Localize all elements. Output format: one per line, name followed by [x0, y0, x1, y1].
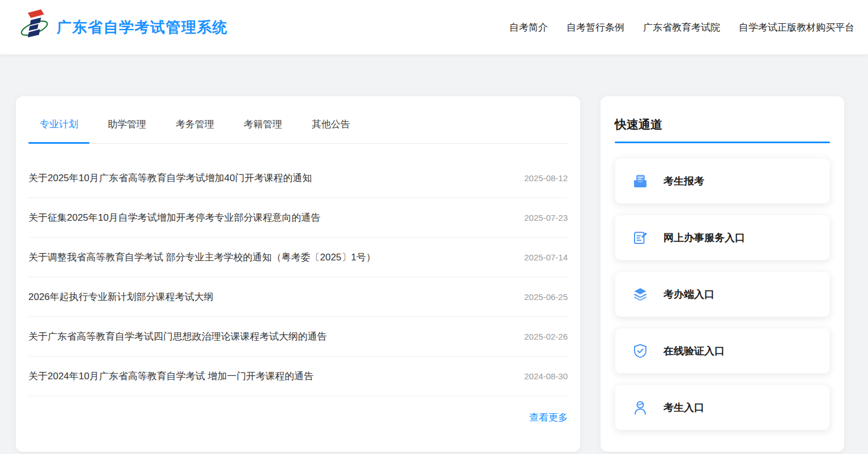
- quick-link-candidate-portal[interactable]: 考生入口: [615, 384, 830, 430]
- announcement-list: 关于2025年10月广东省高等教育自学考试增加40门开考课程的通知 2025-0…: [28, 159, 568, 396]
- quick-link-candidate-register[interactable]: 考生报考: [615, 158, 830, 204]
- shield-check-icon: [632, 343, 648, 359]
- announcement-date: 2025-07-14: [524, 252, 568, 262]
- quick-channel-title: 快速通道: [615, 117, 830, 132]
- announcement-title[interactable]: 关于2024年10月广东省高等教育自学考试 增加一门开考课程的通告: [28, 370, 330, 383]
- announcement-row[interactable]: 关于调整我省高等教育自学考试 部分专业主考学校的通知（粤考委〔2025〕1号） …: [28, 238, 568, 277]
- announcement-date: 2024-08-30: [524, 371, 568, 381]
- announcement-title[interactable]: 关于调整我省高等教育自学考试 部分专业主考学校的通知（粤考委〔2025〕1号）: [28, 251, 393, 264]
- view-more-link[interactable]: 查看更多: [529, 411, 568, 424]
- site-title: 广东省自学考试管理系统: [57, 18, 228, 37]
- quick-link-label: 考生入口: [663, 401, 704, 414]
- announcement-title[interactable]: 关于广东省高等教育自学考试四门思想政治理论课课程考试大纲的通告: [28, 330, 344, 343]
- layers-icon: [632, 286, 648, 302]
- announcements-panel: 专业计划 助学管理 考务管理 考籍管理 其他公告 关于2025年10月广东省高等…: [16, 96, 580, 452]
- nav-link-education-exam-institute[interactable]: 广东省教育考试院: [643, 21, 720, 34]
- header: 广东省自学考试管理系统 自考简介 自考暂行条例 广东省教育考试院 自学考试正版教…: [0, 0, 868, 55]
- announcement-row[interactable]: 2026年起执行专业新计划部分课程考试大纲 2025-06-25: [28, 277, 568, 317]
- announcement-row[interactable]: 关于征集2025年10月自学考试增加开考停考专业部分课程意向的通告 2025-0…: [28, 198, 568, 238]
- form-edit-icon: [632, 230, 648, 246]
- tab-exam-registry-management[interactable]: 考籍管理: [232, 119, 293, 143]
- announcement-title[interactable]: 关于2025年10月广东省高等教育自学考试增加40门开考课程的通知: [28, 172, 329, 185]
- nav-link-textbook-platform[interactable]: 自学考试正版教材购买平台: [739, 21, 854, 34]
- announcement-date: 2025-08-12: [524, 173, 568, 183]
- announcement-title[interactable]: 关于征集2025年10月自学考试增加开考停考专业部分课程意向的通告: [28, 211, 338, 224]
- quick-link-label: 网上办事服务入口: [663, 231, 745, 245]
- top-nav: 自考简介 自考暂行条例 广东省教育考试院 自学考试正版教材购买平台: [509, 21, 854, 34]
- inbox-archive-icon: [632, 173, 648, 189]
- quick-channel-underline: [615, 142, 830, 143]
- tab-exam-affairs-management[interactable]: 考务管理: [164, 119, 225, 143]
- announcement-title[interactable]: 2026年起执行专业新计划部分课程考试大纲: [28, 290, 231, 303]
- tab-bar: 专业计划 助学管理 考务管理 考籍管理 其他公告: [28, 96, 568, 144]
- logo-icon: [18, 5, 48, 50]
- quick-link-exam-office-portal[interactable]: 考办端入口: [615, 271, 830, 317]
- user-icon: [632, 400, 648, 416]
- quick-channel-cards: 考生报考 网上办事服务入口: [615, 158, 830, 430]
- tab-other-announcements[interactable]: 其他公告: [300, 119, 361, 143]
- announcement-date: 2025-06-25: [524, 292, 568, 302]
- announcement-date: 2025-07-23: [524, 213, 568, 222]
- tab-study-aid-management[interactable]: 助学管理: [96, 119, 158, 143]
- nav-link-interim-regulations[interactable]: 自考暂行条例: [567, 21, 624, 34]
- announcement-row[interactable]: 关于2024年10月广东省高等教育自学考试 增加一门开考课程的通告 2024-0…: [28, 357, 568, 396]
- nav-link-selfstudy-intro[interactable]: 自考简介: [509, 21, 548, 34]
- announcement-row[interactable]: 关于广东省高等教育自学考试四门思想政治理论课课程考试大纲的通告 2025-02-…: [28, 317, 568, 357]
- quick-link-online-verification[interactable]: 在线验证入口: [615, 328, 830, 374]
- quick-link-label: 在线验证入口: [663, 344, 725, 358]
- tab-major-plan[interactable]: 专业计划: [28, 119, 90, 143]
- quick-link-label: 考办端入口: [663, 288, 714, 301]
- quick-channel-panel: 快速通道 考生报考: [601, 96, 844, 452]
- view-more-row: 查看更多: [28, 396, 568, 424]
- quick-link-online-services[interactable]: 网上办事服务入口: [615, 215, 830, 260]
- site-logo: [17, 3, 49, 51]
- announcement-row[interactable]: 关于2025年10月广东省高等教育自学考试增加40门开考课程的通知 2025-0…: [28, 159, 568, 198]
- quick-link-label: 考生报考: [663, 174, 704, 188]
- announcement-date: 2025-02-26: [524, 332, 568, 341]
